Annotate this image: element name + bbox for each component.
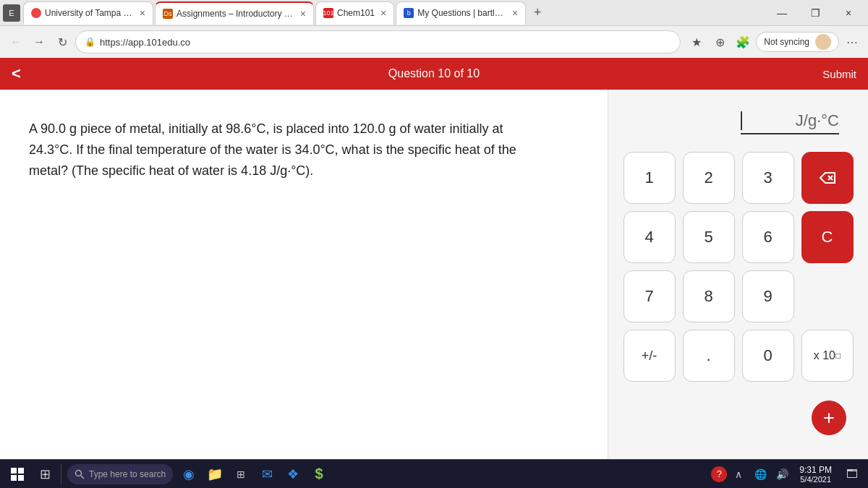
tab-favicon-3: 101	[323, 8, 333, 18]
calc-btn-exp[interactable]: x 10□	[801, 330, 854, 382]
tab-university[interactable]: University of Tampa - Prod - My ×	[23, 1, 153, 25]
submit-button[interactable]: Submit	[822, 68, 856, 80]
svg-point-2	[76, 470, 82, 476]
tab-bartleby[interactable]: b My Questions | bartleby ×	[396, 1, 526, 25]
clock-time: 9:31 PM	[799, 465, 832, 475]
tab-close-2[interactable]: ×	[300, 8, 306, 20]
calc-btn-clear[interactable]: C	[801, 211, 854, 263]
dropbox-icon[interactable]: ❖	[280, 461, 306, 487]
tab-label-4: My Questions | bartleby	[417, 8, 506, 18]
calc-btn-8[interactable]: 8	[683, 270, 735, 322]
collections-icon[interactable]: ⊕	[710, 32, 730, 52]
close-button[interactable]: ×	[832, 1, 865, 25]
new-tab-button[interactable]: +	[527, 3, 548, 23]
address-bar[interactable]: 🔒 https://app.101edu.co	[75, 30, 681, 53]
tab-assignments[interactable]: Ds Assignments – Introductory Che ×	[155, 1, 314, 25]
tab-bar: E University of Tampa - Prod - My × Ds A…	[0, 0, 868, 26]
question-panel: A 90.0 g piece of metal, initially at 98…	[0, 90, 608, 488]
mail-icon[interactable]: ✉	[254, 461, 280, 487]
start-button[interactable]	[3, 460, 32, 489]
calc-btn-sign[interactable]: +/-	[624, 330, 676, 382]
taskbar-search-text: Type here to search	[89, 469, 166, 479]
tray-up-icon[interactable]: ∧	[728, 464, 749, 484]
tab-label-1: University of Tampa - Prod - My	[45, 8, 134, 18]
calc-btn-1[interactable]: 1	[624, 152, 676, 204]
notification-icon[interactable]: 🗔	[839, 461, 865, 487]
svg-line-3	[81, 475, 85, 479]
lock-icon: 🔒	[85, 37, 95, 47]
tab-label-3: Chem101	[337, 8, 375, 18]
calc-btn-7[interactable]: 7	[624, 270, 676, 322]
dollar-icon[interactable]: $	[306, 461, 332, 487]
question-header: < Question 10 of 10 Submit	[0, 58, 868, 90]
calc-btn-0[interactable]: 0	[742, 330, 794, 382]
file-explorer-icon[interactable]: 📁	[202, 461, 228, 487]
calc-btn-5[interactable]: 5	[683, 211, 735, 263]
plus-fab-button[interactable]: +	[812, 401, 846, 435]
search-icon	[75, 469, 85, 479]
address-text: https://app.101edu.co	[100, 37, 190, 48]
not-syncing-label: Not syncing	[764, 37, 809, 47]
minimize-button[interactable]: —	[765, 1, 799, 25]
main-content: A 90.0 g piece of metal, initially at 98…	[0, 90, 868, 488]
answer-display: J/g·°C	[623, 111, 854, 134]
tab-favicon-1	[31, 8, 41, 18]
tab-close-3[interactable]: ×	[380, 7, 386, 19]
task-view-icon[interactable]: ⊞	[32, 461, 58, 487]
tab-chem101[interactable]: 101 Chem101 ×	[315, 1, 394, 25]
back-arrow-button[interactable]: <	[12, 64, 21, 83]
calc-btn-9[interactable]: 9	[742, 270, 794, 322]
calc-btn-3[interactable]: 3	[742, 152, 794, 204]
windows-logo	[11, 468, 24, 481]
tray-question-icon[interactable]: ?	[711, 466, 727, 482]
taskbar: ⊞ Type here to search ◉ 📁 ⊞ ✉ ❖ $ ? ∧ 🌐 …	[0, 459, 868, 488]
tab-close-1[interactable]: ×	[140, 7, 145, 19]
maximize-button[interactable]: ❐	[799, 1, 832, 25]
back-button[interactable]: ←	[6, 32, 26, 52]
backspace-icon	[819, 171, 836, 184]
app-container: < Question 10 of 10 Submit A 90.0 g piec…	[0, 58, 868, 488]
window-controls: — ❐ ×	[765, 1, 865, 25]
settings-icon[interactable]: ⋯	[842, 32, 862, 52]
address-bar-row: ← → ↻ 🔒 https://app.101edu.co ★ ⊕ 🧩 Not …	[0, 26, 868, 58]
tab-close-4[interactable]: ×	[512, 7, 518, 19]
calculator-grid: 1 2 3 4 5 6 C 7 8 9	[624, 152, 854, 382]
not-syncing-button[interactable]: Not syncing	[756, 32, 839, 52]
forward-button[interactable]: →	[29, 32, 49, 52]
system-tray: ? ∧ 🌐 🔊 9:31 PM 5/4/2021 🗔	[711, 461, 865, 487]
refresh-button[interactable]: ↻	[52, 32, 72, 52]
calc-btn-decimal[interactable]: .	[683, 330, 735, 382]
tab-favicon-4: b	[404, 8, 414, 18]
browser-logo: E	[3, 4, 20, 22]
tray-speaker-icon[interactable]: 🔊	[772, 464, 792, 484]
edge-icon[interactable]: ◉	[176, 461, 202, 487]
fab-container: +	[623, 392, 854, 435]
calc-btn-4[interactable]: 4	[624, 211, 676, 263]
taskbar-search[interactable]: Type here to search	[67, 464, 173, 484]
question-count-label: Question 10 of 10	[388, 67, 480, 80]
favorites-icon[interactable]: ★	[686, 32, 707, 52]
tab-favicon-2: Ds	[163, 9, 173, 19]
profile-avatar	[815, 34, 831, 50]
answer-panel: J/g·°C 1 2 3 4 5 6	[608, 90, 868, 488]
apps-icon[interactable]: ⊞	[228, 461, 254, 487]
clock-area[interactable]: 9:31 PM 5/4/2021	[793, 465, 838, 484]
calc-btn-2[interactable]: 2	[683, 152, 735, 204]
clock-date: 5/4/2021	[800, 475, 831, 484]
answer-input-container[interactable]: J/g·°C	[741, 111, 839, 134]
answer-cursor	[741, 111, 742, 130]
extensions-icon[interactable]: 🧩	[733, 32, 753, 52]
browser-chrome: E University of Tampa - Prod - My × Ds A…	[0, 0, 868, 58]
taskbar-separator	[61, 464, 61, 484]
tray-network-icon[interactable]: 🌐	[750, 464, 770, 484]
tab-label-2: Assignments – Introductory Che	[176, 9, 294, 19]
calc-btn-6[interactable]: 6	[742, 211, 794, 263]
toolbar-right: ★ ⊕ 🧩 Not syncing ⋯	[686, 32, 862, 52]
calc-btn-backspace[interactable]	[801, 152, 854, 204]
question-text: A 90.0 g piece of metal, initially at 98…	[29, 119, 550, 181]
answer-unit: J/g·°C	[796, 111, 839, 130]
